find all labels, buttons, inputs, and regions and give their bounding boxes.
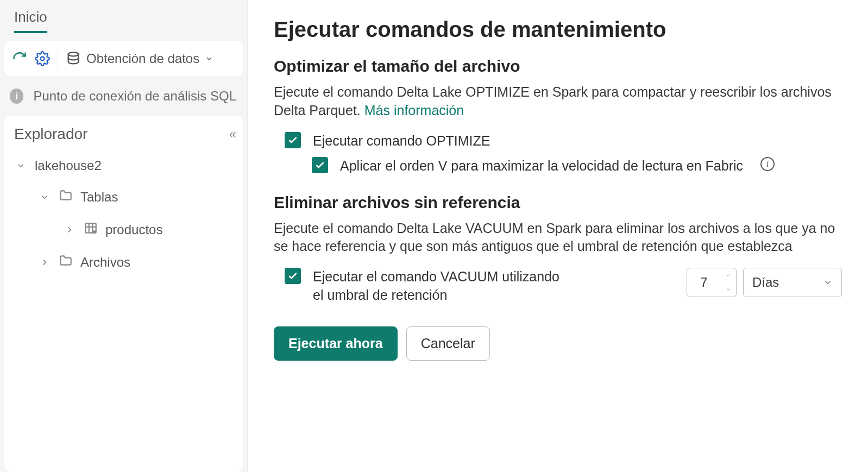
info-icon: i [10, 89, 23, 104]
chevron-down-icon [14, 161, 27, 171]
vorder-checkbox-row: Aplicar el orden V para maximizar la vel… [312, 157, 842, 175]
svg-point-0 [41, 57, 45, 61]
retention-value: 7 [687, 268, 721, 297]
retention-value-stepper[interactable]: 7 [687, 268, 737, 297]
gear-icon [35, 51, 50, 66]
checkbox-vorder[interactable] [312, 157, 328, 173]
run-now-button[interactable]: Ejecutar ahora [274, 326, 398, 361]
maintenance-panel: Ejecutar comandos de mantenimiento Optim… [247, 0, 868, 472]
chevron-down-icon [205, 54, 213, 63]
vacuum-description: Ejecute el comando Delta Lake VACUUM en … [274, 219, 842, 256]
vacuum-section: Eliminar archivos sin referencia Ejecute… [274, 193, 842, 305]
panel-title: Ejecutar comandos de mantenimiento [274, 17, 842, 42]
optimize-checkbox-row: Ejecutar comando OPTIMIZE [285, 132, 842, 150]
chevron-down-icon [823, 278, 833, 287]
collapse-pane-icon[interactable]: « [229, 127, 233, 142]
vorder-checkbox-label: Aplicar el orden V para maximizar la vel… [340, 157, 743, 175]
explorer-title: Explorador [14, 125, 87, 143]
refresh-icon [12, 51, 27, 66]
info-icon[interactable]: i [760, 157, 775, 171]
toolbar-divider [58, 49, 58, 68]
svg-point-1 [68, 52, 79, 56]
stepper-up-button[interactable] [721, 268, 736, 282]
tree-files-label: Archivos [80, 255, 130, 270]
explorer-card: Explorador « lakehouse2 [4, 116, 243, 472]
explorer-tree: lakehouse2 Tablas [4, 150, 243, 279]
chevron-down-icon [38, 192, 51, 202]
retention-unit-select[interactable]: Días [743, 268, 842, 297]
tree-root-lakehouse[interactable]: lakehouse2 [4, 150, 243, 181]
stepper-down-button[interactable] [721, 282, 736, 297]
chevron-right-icon [63, 225, 76, 235]
checkbox-vacuum[interactable] [285, 268, 301, 284]
vacuum-heading: Eliminar archivos sin referencia [274, 193, 842, 212]
left-column: Inicio [0, 0, 247, 472]
optimize-checkbox-label: Ejecutar comando OPTIMIZE [313, 132, 490, 150]
tree-tables-label: Tablas [80, 190, 118, 205]
tab-home[interactable]: Inicio [14, 9, 47, 33]
panel-button-row: Ejecutar ahora Cancelar [274, 326, 842, 361]
cancel-button[interactable]: Cancelar [406, 326, 490, 361]
settings-button[interactable] [35, 51, 50, 66]
folder-icon [59, 254, 73, 271]
retention-unit-value: Días [752, 275, 779, 290]
optimize-heading: Optimizar el tamaño del archivo [274, 57, 842, 75]
table-icon [84, 221, 98, 238]
folder-icon [59, 188, 73, 206]
vacuum-checkbox-label: Ejecutar el comando VACUUM utilizando el… [313, 268, 568, 305]
toolbar: Obtención de datos [4, 41, 243, 77]
chevron-right-icon [38, 257, 51, 267]
tab-row: Inicio [4, 4, 243, 33]
banner-text: Punto de conexión de análisis SQL par [33, 89, 237, 104]
tree-root-label: lakehouse2 [35, 158, 102, 173]
refresh-button[interactable] [12, 51, 27, 66]
get-data-button[interactable]: Obtención de datos [66, 51, 213, 66]
optimize-section: Optimizar el tamaño del archivo Ejecute … [274, 57, 842, 175]
sql-endpoint-banner: i Punto de conexión de análisis SQL par [4, 84, 243, 108]
database-icon [66, 51, 81, 66]
optimize-description: Ejecute el comando Delta Lake OPTIMIZE e… [274, 83, 842, 120]
tree-node-files[interactable]: Archivos [4, 246, 243, 279]
checkbox-optimize[interactable] [285, 132, 301, 148]
tree-node-tables[interactable]: Tablas [4, 181, 243, 213]
tree-item-productos[interactable]: productos [4, 213, 243, 246]
tree-productos-label: productos [105, 222, 162, 237]
learn-more-link[interactable]: Más información [364, 103, 464, 118]
get-data-label: Obtención de datos [86, 51, 199, 66]
